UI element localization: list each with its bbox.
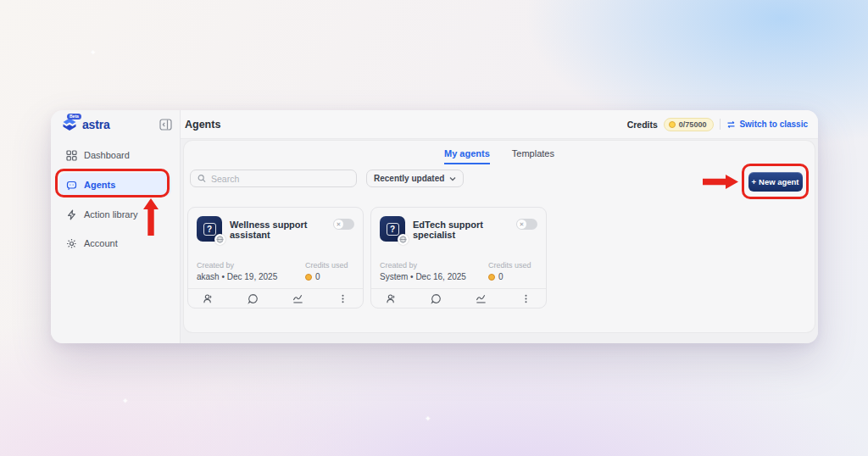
tabs: My agents Templates: [184, 141, 815, 164]
analytics-icon[interactable]: [476, 293, 487, 304]
agent-enabled-toggle[interactable]: ✕: [333, 219, 354, 230]
sort-dropdown-value: Recently updated: [374, 174, 444, 183]
credits-badge: 0/75000: [664, 118, 715, 131]
gear-icon: [66, 238, 77, 249]
main-area: Agents Credits 0/75000 Switch to classic: [181, 110, 818, 343]
topbar-right: Credits 0/75000 Switch to classic: [627, 118, 808, 131]
sparkle-decoration: ✦: [90, 48, 97, 57]
new-agent-label: New agent: [759, 177, 799, 186]
agent-enabled-toggle[interactable]: ✕: [516, 219, 537, 230]
sidebar-item-label: Dashboard: [84, 150, 130, 160]
coin-icon: [488, 274, 495, 281]
divider: [720, 119, 721, 130]
tab-templates[interactable]: Templates: [512, 148, 554, 164]
plus-icon: +: [751, 177, 756, 186]
credits-used-value: 0: [488, 272, 537, 281]
astra-logo-icon: Beta: [60, 115, 79, 134]
new-agent-button[interactable]: + New agent: [748, 172, 803, 192]
credits-value: 0/75000: [679, 120, 707, 129]
created-by-value: akash • Dec 19, 2025: [197, 272, 305, 281]
card-footer: [188, 289, 363, 308]
content-area: My agents Templates Recently updated: [181, 139, 818, 343]
agent-cards: ? Wellness support assistant ✕: [187, 207, 547, 309]
sidebar-nav: Dashboard Agents Action library: [51, 139, 180, 261]
page-title: Agents: [185, 119, 220, 131]
sidebar-item-dashboard[interactable]: Dashboard: [59, 144, 171, 166]
tab-my-agents[interactable]: My agents: [444, 148, 490, 164]
beta-badge: Beta: [67, 114, 81, 120]
card-meta: Created by System • Dec 16, 2025 Credits…: [380, 261, 537, 281]
credits-used-number: 0: [498, 272, 504, 281]
coin-icon: [669, 121, 676, 128]
users-icon[interactable]: [203, 293, 214, 304]
kebab-menu-icon[interactable]: [520, 293, 531, 304]
users-icon[interactable]: [386, 293, 397, 304]
logo-text: astra: [82, 118, 109, 131]
sidebar: Beta astra: [51, 110, 181, 343]
sidebar-item-label: Action library: [84, 209, 138, 220]
card-head: ? EdTech support specialist ✕: [380, 216, 537, 242]
question-placeholder-icon: ?: [387, 223, 399, 236]
switch-link-label: Switch to classic: [739, 120, 808, 129]
logo-row: Beta astra: [51, 110, 180, 139]
credits-used-value: 0: [305, 272, 354, 281]
analytics-icon[interactable]: [292, 293, 303, 304]
app-window: Beta astra: [51, 110, 818, 343]
card-meta: Created by akash • Dec 19, 2025 Credits …: [197, 261, 354, 281]
sparkle-decoration: ✦: [425, 414, 431, 423]
created-by-value: System • Dec 16, 2025: [380, 272, 488, 281]
sparkle-decoration: ✦: [122, 397, 129, 405]
globe-badge-icon: [214, 234, 225, 245]
agent-card-title: EdTech support specialist: [413, 220, 516, 242]
collapse-sidebar-icon[interactable]: [159, 118, 172, 131]
dashboard-grid-icon: [66, 150, 77, 161]
switch-to-classic-link[interactable]: Switch to classic: [726, 120, 808, 129]
chat-icon[interactable]: [248, 293, 259, 304]
sort-dropdown[interactable]: Recently updated: [366, 170, 464, 187]
agents-panel: My agents Templates Recently updated: [184, 141, 815, 332]
sidebar-item-label: Account: [84, 238, 118, 248]
search-box[interactable]: [190, 170, 357, 187]
coin-icon: [305, 274, 312, 281]
agent-avatar: ?: [380, 216, 405, 242]
credits-used-label: Credits used: [488, 261, 537, 270]
agent-avatar: ?: [197, 216, 222, 242]
controls-row: Recently updated: [190, 170, 464, 187]
card-footer: [371, 289, 546, 308]
search-icon: [198, 174, 206, 183]
credits-used-label: Credits used: [305, 261, 354, 270]
red-highlight-box-new-agent: + New agent: [742, 164, 809, 199]
credits-used-number: 0: [315, 272, 320, 281]
lightning-icon: [66, 209, 77, 220]
switch-arrows-icon: [726, 120, 736, 129]
question-placeholder-icon: ?: [203, 223, 216, 236]
agent-card-edtech[interactable]: ? EdTech support specialist ✕: [370, 207, 547, 309]
globe-badge-icon: [398, 234, 409, 245]
kebab-menu-icon[interactable]: [337, 293, 348, 304]
created-by-label: Created by: [197, 261, 305, 270]
credits-label: Credits: [627, 120, 658, 130]
search-input[interactable]: [211, 174, 349, 184]
chat-icon[interactable]: [431, 293, 442, 304]
chevron-down-icon: [449, 176, 456, 181]
agent-card-wellness[interactable]: ? Wellness support assistant ✕: [187, 207, 364, 309]
red-highlight-box-agents: [55, 169, 170, 197]
toggle-off-x-icon: ✕: [334, 220, 343, 229]
red-arrow-right: [703, 175, 738, 189]
created-by-label: Created by: [380, 261, 488, 270]
red-arrow-up: [143, 198, 159, 236]
topbar: Agents Credits 0/75000 Switch to classic: [181, 110, 818, 139]
card-head: ? Wellness support assistant ✕: [197, 216, 354, 242]
toggle-off-x-icon: ✕: [517, 220, 526, 229]
agent-card-title: Wellness support assistant: [230, 220, 333, 242]
